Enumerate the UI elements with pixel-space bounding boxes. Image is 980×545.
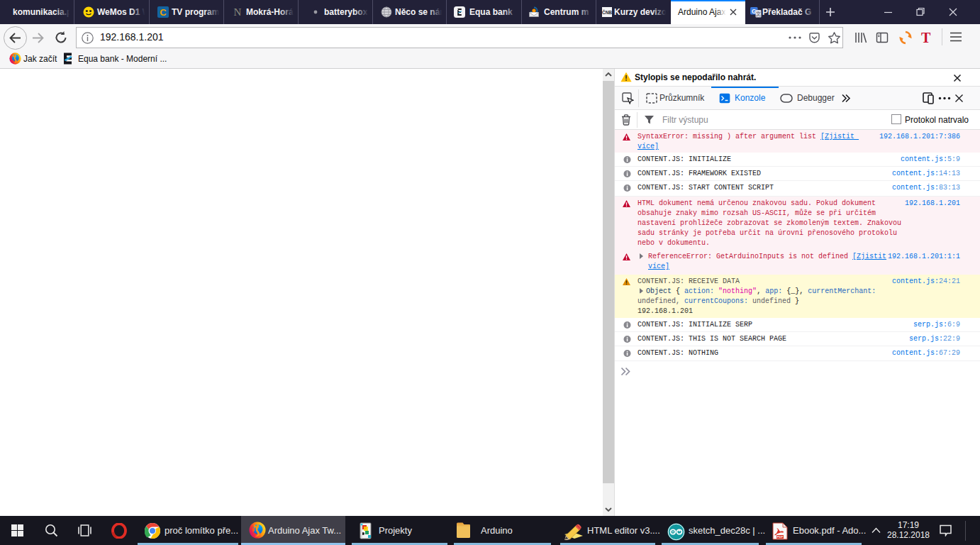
svg-text:PDF: PDF: [777, 535, 784, 539]
svg-text:文: 文: [756, 11, 762, 17]
svg-text:C: C: [160, 7, 167, 18]
svg-text:N: N: [234, 6, 242, 18]
svg-text:ČNB: ČNB: [602, 9, 612, 15]
